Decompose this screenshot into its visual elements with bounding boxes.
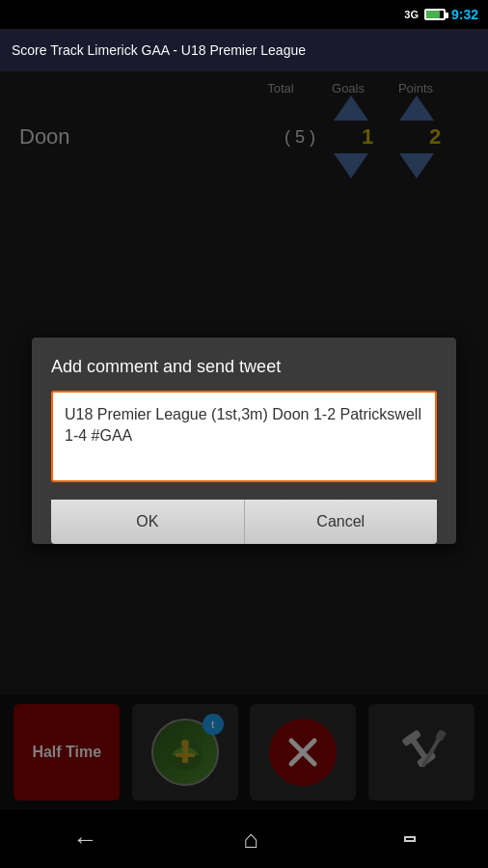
page-wrapper: 3G 9:32 Score Track Limerick GAA - U18 P… — [0, 0, 488, 868]
content-area: Total Goals Points Doon ( 5 ) 1 2 — [0, 71, 488, 810]
dialog-buttons: OK Cancel — [51, 500, 437, 544]
battery-icon — [424, 9, 446, 20]
dialog-title: Add comment and send tweet — [51, 357, 437, 377]
home-button[interactable]: ⌂ — [243, 825, 258, 854]
signal-indicator: 3G — [404, 9, 419, 20]
tweet-textarea[interactable]: U18 Premier League (1st,3m) Doon 1-2 Pat… — [51, 391, 437, 482]
tweet-dialog: Add comment and send tweet U18 Premier L… — [32, 338, 456, 544]
back-button[interactable]: ← — [72, 825, 97, 854]
status-bar: 3G 9:32 — [0, 0, 488, 29]
recents-button[interactable] — [404, 836, 416, 842]
ok-button[interactable]: OK — [51, 500, 245, 544]
home-icon: ⌂ — [243, 825, 258, 854]
cancel-button[interactable]: Cancel — [245, 500, 438, 544]
dialog-overlay: Add comment and send tweet U18 Premier L… — [0, 71, 488, 810]
back-icon: ← — [72, 825, 97, 854]
app-title: Score Track Limerick GAA - U18 Premier L… — [12, 42, 306, 58]
nav-bar: ← ⌂ — [0, 810, 488, 868]
recents-icon — [404, 836, 416, 842]
title-bar: Score Track Limerick GAA - U18 Premier L… — [0, 29, 488, 71]
clock: 9:32 — [451, 7, 478, 22]
battery-fill — [426, 11, 440, 18]
